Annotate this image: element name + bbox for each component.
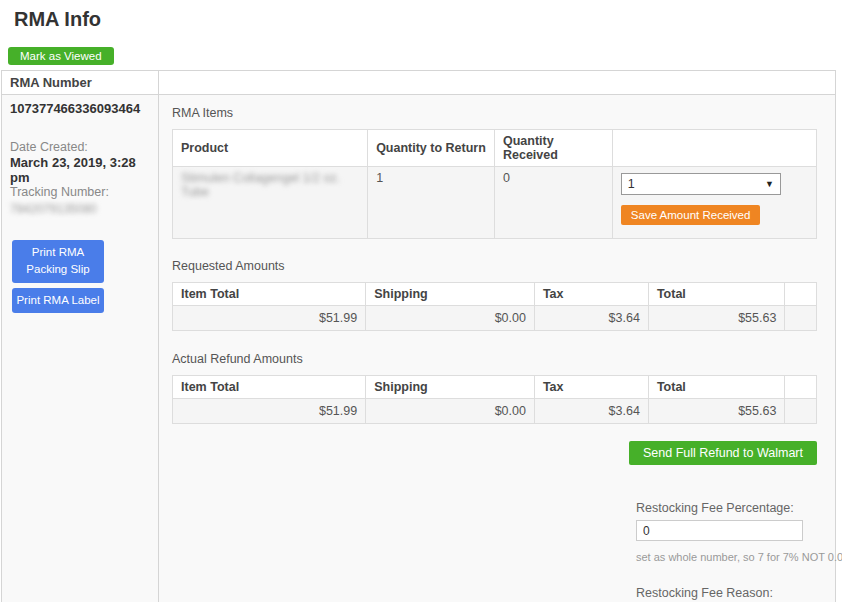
quantity-received-select[interactable]: 1 ▼ bbox=[621, 173, 781, 195]
sidebar-buttons: Print RMA Packing Slip Print RMA Label bbox=[12, 240, 150, 313]
shipping-column-header: Shipping bbox=[366, 376, 535, 399]
restocking-fee-note: set as whole number, so 7 for 7% NOT 0.0… bbox=[636, 551, 842, 563]
empty-column-header bbox=[785, 283, 817, 306]
product-cell: Stimulen Collagengel 1/2 oz. Tube bbox=[173, 167, 368, 239]
product-name-redacted: Stimulen Collagengel 1/2 oz. Tube bbox=[181, 171, 340, 199]
chevron-down-icon: ▼ bbox=[765, 179, 774, 189]
restocking-fee-percentage-input[interactable] bbox=[636, 520, 803, 541]
page-title: RMA Info bbox=[14, 8, 842, 31]
restocking-fee-reason-label: Restocking Fee Reason: bbox=[636, 586, 773, 600]
full-refund-row: Send Full Refund to Walmart bbox=[172, 441, 817, 465]
rma-panel-header: RMA Number bbox=[2, 71, 835, 95]
requested-amounts-table: Item Total Shipping Tax Total $51.99 $0.… bbox=[172, 282, 817, 331]
tax-value: $3.64 bbox=[534, 399, 648, 424]
shipping-column-header: Shipping bbox=[366, 283, 535, 306]
total-value: $55.63 bbox=[648, 306, 785, 331]
tax-value: $3.64 bbox=[534, 306, 648, 331]
actual-refund-amounts-row: $51.99 $0.00 $3.64 $55.63 bbox=[173, 399, 817, 424]
print-rma-packing-slip-button[interactable]: Print RMA Packing Slip bbox=[12, 240, 104, 283]
requested-amounts-header-row: Item Total Shipping Tax Total bbox=[173, 283, 817, 306]
mark-as-viewed-button[interactable]: Mark as Viewed bbox=[8, 47, 114, 65]
rma-number-value: 107377466336093464 bbox=[10, 101, 150, 116]
main-content: RMA Items Product Quantity to Return Qua… bbox=[159, 95, 835, 602]
quantity-to-return-cell: 1 bbox=[368, 167, 495, 239]
tax-column-header: Tax bbox=[534, 283, 648, 306]
rma-item-row: Stimulen Collagengel 1/2 oz. Tube 1 0 1 … bbox=[173, 167, 817, 239]
rma-items-header-row: Product Quantity to Return Quantity Rece… bbox=[173, 130, 817, 167]
item-total-value: $51.99 bbox=[173, 399, 366, 424]
print-rma-label-button[interactable]: Print RMA Label bbox=[12, 288, 104, 313]
quantity-to-return-column-header: Quantity to Return bbox=[368, 130, 495, 167]
tax-column-header: Tax bbox=[534, 376, 648, 399]
tracking-number-value-redacted: 7842079135080 bbox=[10, 202, 150, 216]
rma-panel-header-spacer bbox=[159, 71, 835, 94]
shipping-value: $0.00 bbox=[366, 306, 535, 331]
empty-cell bbox=[785, 306, 817, 331]
total-value: $55.63 bbox=[648, 399, 785, 424]
item-total-column-header: Item Total bbox=[173, 376, 366, 399]
rma-number-header: RMA Number bbox=[2, 71, 159, 94]
restocking-fee-section: Restocking Fee Percentage: set as whole … bbox=[636, 501, 803, 602]
send-full-refund-button[interactable]: Send Full Refund to Walmart bbox=[629, 441, 817, 465]
item-total-value: $51.99 bbox=[173, 306, 366, 331]
empty-column-header bbox=[612, 130, 816, 167]
date-created-value: March 23, 2019, 3:28 pm bbox=[10, 155, 150, 185]
receive-actions-cell: 1 ▼ Save Amount Received bbox=[612, 167, 816, 239]
item-total-column-header: Item Total bbox=[173, 283, 366, 306]
rma-panel-body: 107377466336093464 Date Created: March 2… bbox=[2, 95, 835, 602]
save-amount-received-button[interactable]: Save Amount Received bbox=[621, 205, 761, 225]
quantity-received-cell: 0 bbox=[494, 167, 612, 239]
actual-refund-amounts-header-row: Item Total Shipping Tax Total bbox=[173, 376, 817, 399]
tracking-number-label: Tracking Number: bbox=[10, 185, 150, 200]
shipping-value: $0.00 bbox=[366, 399, 535, 424]
quantity-received-column-header: Quantity Received bbox=[494, 130, 612, 167]
rma-items-section-label: RMA Items bbox=[172, 106, 817, 120]
rma-items-table: Product Quantity to Return Quantity Rece… bbox=[172, 129, 817, 239]
sidebar: 107377466336093464 Date Created: March 2… bbox=[2, 95, 159, 602]
product-column-header: Product bbox=[173, 130, 368, 167]
actual-refund-amounts-section-label: Actual Refund Amounts bbox=[172, 352, 817, 366]
toolbar: Mark as Viewed bbox=[8, 46, 842, 65]
quantity-received-select-value: 1 bbox=[628, 177, 635, 191]
total-column-header: Total bbox=[648, 283, 785, 306]
actual-refund-amounts-table: Item Total Shipping Tax Total $51.99 $0.… bbox=[172, 375, 817, 424]
requested-amounts-row: $51.99 $0.00 $3.64 $55.63 bbox=[173, 306, 817, 331]
rma-panel: RMA Number 107377466336093464 Date Creat… bbox=[1, 70, 836, 602]
date-created-label: Date Created: bbox=[10, 140, 150, 155]
restocking-fee-percentage-label: Restocking Fee Percentage: bbox=[636, 501, 794, 515]
total-column-header: Total bbox=[648, 376, 785, 399]
empty-column-header bbox=[785, 376, 817, 399]
requested-amounts-section-label: Requested Amounts bbox=[172, 259, 817, 273]
empty-cell bbox=[785, 399, 817, 424]
